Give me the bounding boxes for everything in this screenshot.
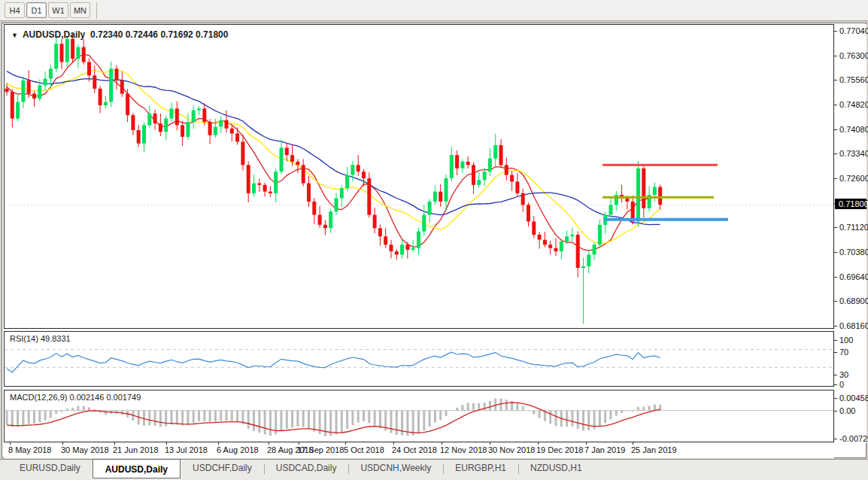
date-label: 30 Nov 2018 (488, 445, 535, 454)
price-tick-label: 0.69640 (839, 272, 868, 281)
rsi-tick-label: 30 (839, 370, 848, 379)
axis-tick-mark (834, 252, 837, 253)
price-chart-panel[interactable]: ▼AUDUSD,Daily 0.72340 0.72446 0.71692 0.… (4, 24, 834, 329)
candlestick-chart[interactable] (5, 25, 833, 328)
timeframe-toolbar: H4D1W1MN (0, 0, 868, 21)
price-tick-label: 0.73340 (839, 149, 868, 158)
date-label: 21 Jun 2018 (113, 445, 159, 454)
tab-eurusd-daily[interactable]: EURUSD,Daily (8, 460, 93, 478)
macd-tick-label: 0.00 (839, 406, 855, 415)
rsi-label: RSI(14) 49.8331 (10, 334, 71, 343)
axis-tick-mark (834, 178, 837, 179)
tab-audusd-daily[interactable]: AUDUSD,Daily (93, 459, 181, 478)
chart-title: ▼AUDUSD,Daily 0.72340 0.72446 0.71692 0.… (11, 29, 228, 40)
axis-tick-mark (834, 105, 837, 105)
chart-window: ▼AUDUSD,Daily 0.72340 0.72446 0.71692 0.… (2, 23, 866, 458)
timeframe-button-mn[interactable]: MN (70, 2, 90, 18)
tab-usdcad-daily[interactable]: USDCAD,Daily (264, 460, 349, 478)
date-tick-mark (299, 442, 299, 445)
macd-label: MACD(12,26,9) 0.002146 0.001749 (10, 393, 141, 402)
rsi-tick-label: 100 (839, 336, 853, 345)
price-tick-label: 0.75560 (839, 75, 868, 84)
axis-tick-mark (834, 56, 837, 56)
date-tick-mark (538, 442, 539, 445)
axis-tick-mark (834, 31, 837, 32)
price-tick-label: 0.68900 (839, 296, 868, 305)
date-label: 30 May 2018 (61, 445, 109, 454)
date-label: 12 Nov 2018 (440, 445, 487, 454)
timeframe-button-h4[interactable]: H4 (5, 2, 25, 18)
date-tick-mark (442, 442, 442, 445)
date-tick-mark (218, 442, 219, 445)
date-tick-mark (490, 442, 490, 445)
axis-tick-mark (834, 326, 837, 327)
timeframe-button-w1[interactable]: W1 (48, 2, 68, 18)
chart-tab-bar: EURUSD,DailyAUDUSD,DailyUSDCHF,DailyUSDC… (0, 459, 868, 480)
date-tick-mark (166, 442, 167, 445)
macd-tick-label: -0.007292 (839, 434, 868, 443)
tab-nzdusd-h1[interactable]: NZDUSD,H1 (518, 460, 594, 478)
toolbar-separator (96, 2, 97, 19)
date-tick-mark (114, 442, 115, 445)
price-tick-label: 0.74080 (839, 125, 868, 134)
chart-symbol-label: AUDUSD,Daily (23, 29, 85, 40)
date-label: 25 Jan 2019 (631, 445, 677, 454)
axis-tick-mark (834, 398, 837, 399)
date-tick-mark (10, 442, 11, 445)
current-price-tag: 0.71800 (835, 199, 866, 209)
axis-tick-mark (834, 352, 837, 353)
date-tick-mark (62, 442, 63, 445)
date-label: 7 Jan 2019 (584, 445, 625, 454)
timeframe-button-d1[interactable]: D1 (26, 2, 47, 18)
date-tick-mark (393, 442, 394, 445)
date-label: 19 Dec 2018 (536, 445, 583, 454)
axis-tick-mark (834, 227, 837, 228)
price-axis[interactable]: 0.770400.763000.755600.748200.740800.733… (834, 24, 866, 443)
price-tick-label: 0.76300 (839, 51, 868, 60)
price-tick-label: 0.71120 (839, 223, 868, 232)
date-axis[interactable]: 8 May 201830 May 201821 Jun 201813 Jul 2… (4, 442, 834, 458)
chevron-down-icon[interactable]: ▼ (11, 32, 18, 39)
axis-tick-mark (834, 439, 837, 439)
date-tick-mark (586, 442, 587, 445)
rsi-panel[interactable]: RSI(14) 49.8331 (4, 331, 834, 387)
axis-tick-mark (834, 80, 837, 81)
price-tick-label: 0.68160 (839, 321, 868, 330)
date-label: 6 Aug 2018 (217, 445, 259, 454)
price-tick-label: 0.70380 (839, 248, 868, 257)
date-label: 13 Jul 2018 (165, 445, 208, 454)
rsi-tick-label: 70 (839, 348, 848, 357)
date-tick-mark (633, 442, 633, 445)
macd-panel[interactable]: MACD(12,26,9) 0.002146 0.001749 (4, 390, 834, 442)
date-label: 17 Sep 2018 (297, 445, 344, 454)
price-tick-label: 0.72600 (839, 174, 868, 183)
axis-tick-mark (834, 384, 837, 385)
price-tick-label: 0.77040 (839, 26, 868, 35)
date-label: 5 Oct 2018 (344, 445, 384, 454)
price-tick-label: 0.74820 (839, 100, 868, 109)
macd-tick-label: 0.004583 (839, 393, 868, 403)
rsi-tick-label: 0 (839, 380, 844, 389)
axis-tick-mark (834, 375, 837, 375)
axis-tick-mark (834, 411, 837, 412)
date-label: 24 Oct 2018 (392, 445, 437, 454)
axis-tick-mark (834, 301, 837, 302)
date-tick-mark (345, 442, 346, 445)
tab-usdchf-daily[interactable]: USDCHF,Daily (181, 460, 264, 478)
axis-tick-mark (834, 153, 837, 154)
tab-eurgbp-h1[interactable]: EURGBP,H1 (443, 460, 518, 478)
date-tick-mark (269, 442, 269, 445)
axis-tick-mark (834, 129, 837, 130)
rsi-chart (5, 332, 833, 386)
axis-tick-mark (834, 340, 837, 341)
chart-ohlc-values: 0.72340 0.72446 0.71692 0.71800 (90, 29, 229, 40)
tab-usdcnh-weekly[interactable]: USDCNH,Weekly (348, 460, 443, 478)
date-label: 8 May 2018 (8, 445, 51, 454)
axis-tick-mark (834, 277, 837, 278)
